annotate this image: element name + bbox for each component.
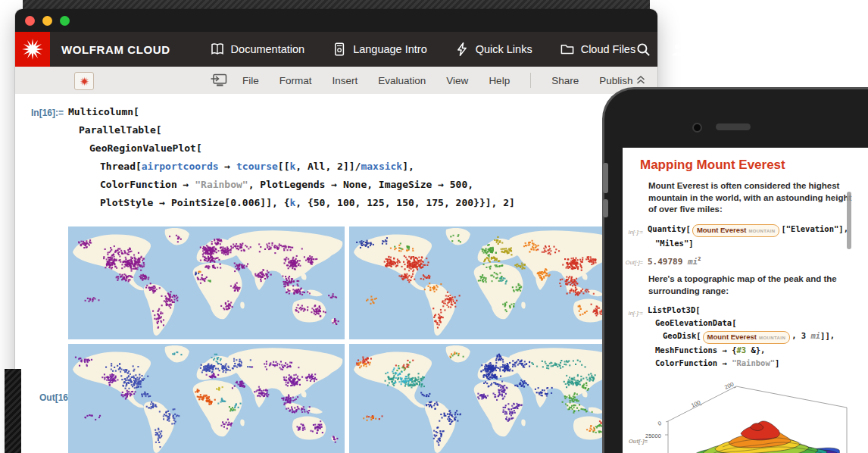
output-value: 5.49789 — [648, 256, 682, 266]
geo-map-output-1 — [68, 227, 345, 339]
mobile-out-label-1: Out[·]= — [626, 259, 643, 266]
search-icon[interactable] — [635, 42, 651, 58]
nav-item-label: Documentation — [231, 43, 305, 55]
output-sup: 2 — [698, 256, 701, 262]
notebook-spikey-icon — [80, 77, 89, 86]
x-tick-0: 0 — [657, 420, 662, 427]
elevation-surface-plot: Out[·]= 0 100 200 25000 20000 — [629, 374, 868, 453]
device-volume-button — [603, 163, 608, 193]
journal-icon — [332, 42, 347, 57]
window-titlebar — [15, 9, 657, 32]
surface-plot-svg: 0 100 200 25000 20000 0 — [629, 374, 868, 453]
nav-item-label: Language Intro — [353, 43, 427, 55]
entity-pill-mount-everest: Mount EverestMOUNTAIN — [703, 331, 791, 344]
brand-title: WOLFRAM CLOUD — [61, 43, 170, 56]
in-label: In[·]:= — [629, 226, 643, 239]
article-paragraph-2: Here's a topographic map of the peak and… — [648, 273, 856, 297]
wolfram-spikey-icon — [21, 38, 44, 61]
menu-divider — [530, 73, 531, 88]
book-icon — [210, 42, 225, 57]
x-tick-200: 200 — [723, 381, 735, 391]
in-label: In[16]:= — [31, 104, 64, 122]
menu-insert[interactable]: Insert — [333, 75, 358, 86]
in-label: In[·]:= — [629, 307, 643, 320]
zoom-window-button[interactable] — [60, 16, 70, 26]
output-unit: mi — [688, 256, 698, 266]
nav-item-language-intro[interactable]: Language Intro — [332, 42, 427, 57]
geo-map-output-4 — [349, 344, 626, 453]
entity-pill-mount-everest: Mount EverestMOUNTAIN — [692, 224, 780, 237]
article-title: Mapping Mount Everest — [640, 158, 868, 173]
menu-publish[interactable]: Publish — [599, 75, 632, 86]
wolfram-cloud-navbar: WOLFRAM CLOUD DocumentationLanguage Intr… — [15, 32, 657, 67]
folder-icon — [560, 42, 575, 57]
mobile-output-1: Out[·]= 5.49789 mi2 — [648, 256, 868, 267]
z-tick-25000: 25000 — [645, 433, 661, 439]
mobile-input-cell-2: In[·]:=ListPlot3D[GeoElevationData[GeoDi… — [648, 304, 868, 370]
notebook-icon[interactable] — [74, 72, 94, 90]
device-speaker — [716, 123, 751, 130]
nav-item-quick-links[interactable]: Quick Links — [454, 42, 532, 57]
menu-file[interactable]: File — [242, 75, 259, 86]
lightning-icon — [454, 42, 470, 57]
menu-format[interactable]: Format — [279, 75, 312, 86]
menu-share[interactable]: Share — [551, 75, 579, 86]
collapse-chevron-icon[interactable] — [635, 74, 647, 86]
notebook-toolbar: FileFormatInsertEvaluationViewHelpShareP… — [15, 67, 657, 95]
mobile-device: Mapping Mount Everest Mount Everest is o… — [602, 87, 868, 453]
navbar-right — [635, 42, 701, 58]
menu-view[interactable]: View — [446, 75, 468, 86]
nav-item-label: Cloud Files — [581, 43, 636, 55]
menu-help[interactable]: Help — [489, 75, 510, 86]
menu-evaluation[interactable]: Evaluation — [378, 75, 426, 86]
background-strip — [5, 369, 21, 453]
minimize-window-button[interactable] — [42, 16, 52, 26]
toolbar-menus: FileFormatInsertEvaluationViewHelpShareP… — [242, 67, 632, 94]
notebook-content: In[16]:=Multicolumn[ParallelTable[GeoReg… — [15, 94, 657, 453]
account-icon[interactable] — [670, 42, 685, 58]
browser-window: WOLFRAM CLOUD DocumentationLanguage Intr… — [15, 9, 657, 453]
nav-item-label: Quick Links — [476, 43, 532, 55]
article-paragraph-1: Mount Everest is often considered the hi… — [648, 180, 856, 216]
wolfram-logo[interactable] — [15, 32, 50, 67]
device-screen: Mapping Mount Everest Mount Everest is o… — [623, 148, 868, 453]
monitor-arrow-icon[interactable] — [211, 73, 227, 88]
mobile-input-cell-1: In[·]:=Quantity[Mount EverestMOUNTAIN["E… — [648, 223, 868, 250]
x-tick-100: 100 — [690, 399, 701, 409]
geo-map-output-3 — [68, 344, 345, 453]
close-window-button[interactable] — [25, 16, 35, 26]
input-cell-16[interactable]: In[16]:=Multicolumn[ParallelTable[GeoReg… — [68, 103, 515, 212]
device-scrollbar-thumb — [847, 192, 851, 249]
nav-item-cloud-files[interactable]: Cloud Files — [560, 42, 636, 57]
device-camera — [692, 123, 702, 133]
nav-item-documentation[interactable]: Documentation — [210, 42, 305, 57]
geo-map-output-2 — [349, 227, 626, 339]
navbar-menu: DocumentationLanguage IntroQuick LinksCl… — [210, 42, 636, 57]
device-power-button — [603, 199, 608, 217]
